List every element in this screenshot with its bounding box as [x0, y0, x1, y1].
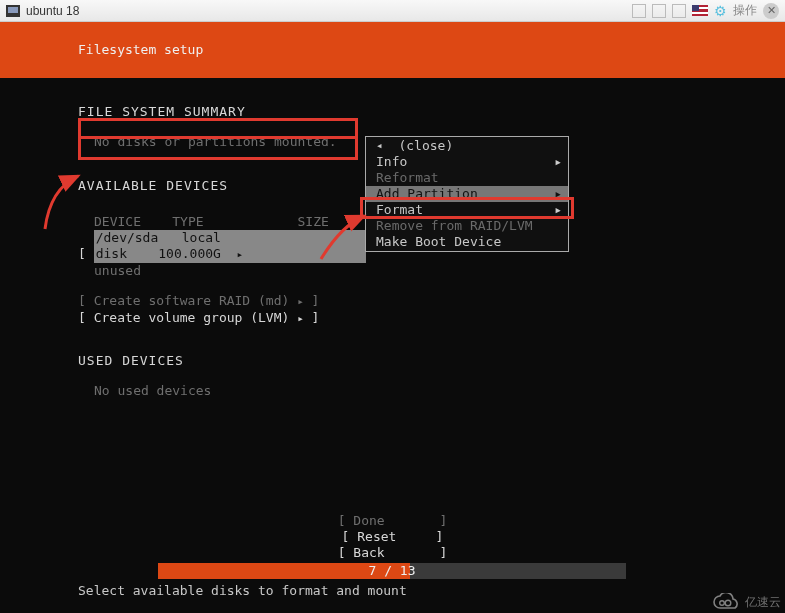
- action-buttons: [ Done ] [ Reset ] [ Back ]: [0, 513, 785, 561]
- vm-actions-label[interactable]: 操作: [733, 2, 757, 19]
- chevron-right-icon: ▸: [297, 295, 304, 308]
- create-lvm-option[interactable]: [ Create volume group (LVM) ▸ ]: [78, 310, 785, 327]
- vm-tool-icon[interactable]: [652, 4, 666, 18]
- back-button[interactable]: [ Back ]: [0, 545, 785, 561]
- page-title: Filesystem setup: [78, 42, 203, 57]
- progress-text: 7 / 13: [158, 563, 626, 579]
- col-size: SIZE: [298, 214, 329, 229]
- menu-item-remove-raid-lvm: Remove from RAID/LVM: [366, 218, 568, 234]
- chevron-left-icon: ◂: [376, 138, 383, 154]
- used-empty-text: No used devices: [78, 383, 785, 399]
- hint-text: Select available disks to format and mou…: [78, 583, 407, 599]
- device-context-menu: ◂ (close) Info Reformat Add Partition Fo…: [365, 136, 569, 252]
- menu-item-add-partition[interactable]: Add Partition: [366, 186, 568, 202]
- menu-item-make-boot-device[interactable]: Make Boot Device: [366, 234, 568, 250]
- section-used-heading: USED DEVICES: [78, 353, 785, 369]
- chevron-right-icon: ▸: [237, 248, 244, 261]
- menu-item-reformat: Reformat: [366, 170, 568, 186]
- watermark-text: 亿速云: [745, 594, 781, 610]
- device-unused-label: unused: [78, 263, 785, 279]
- gear-icon[interactable]: ⚙: [714, 3, 727, 19]
- svg-point-1: [725, 600, 731, 606]
- menu-item-format[interactable]: Format: [366, 202, 568, 218]
- create-raid-option[interactable]: [ Create software RAID (md) ▸ ]: [78, 293, 785, 310]
- chevron-right-icon: ▸: [297, 312, 304, 325]
- vm-tool-icon[interactable]: [632, 4, 646, 18]
- vm-monitor-icon: [6, 5, 20, 17]
- done-button[interactable]: [ Done ]: [0, 513, 785, 529]
- svg-point-0: [720, 601, 725, 606]
- device-row-highlight: /dev/sda local disk 100.000G ▸: [94, 230, 366, 263]
- page-header: Filesystem setup: [0, 22, 785, 78]
- menu-close[interactable]: ◂ (close): [366, 138, 568, 154]
- cloud-icon: [711, 593, 741, 611]
- menu-item-info[interactable]: Info: [366, 154, 568, 170]
- watermark: 亿速云: [711, 593, 781, 611]
- installer-screen: Filesystem setup FILE SYSTEM SUMMARY No …: [0, 22, 785, 613]
- col-device: DEVICE: [94, 214, 141, 229]
- progress-bar: 7 / 13: [158, 563, 626, 579]
- vm-close-button[interactable]: ✕: [763, 3, 779, 19]
- vm-titlebar: ubuntu 18 ⚙ 操作 ✕: [0, 0, 785, 22]
- reset-button[interactable]: [ Reset ]: [0, 529, 785, 545]
- col-type: TYPE: [172, 214, 203, 229]
- section-summary-heading: FILE SYSTEM SUMMARY: [78, 104, 785, 120]
- vm-flag-icon[interactable]: [692, 5, 708, 16]
- vm-title: ubuntu 18: [26, 4, 79, 18]
- vm-tool-icon[interactable]: [672, 4, 686, 18]
